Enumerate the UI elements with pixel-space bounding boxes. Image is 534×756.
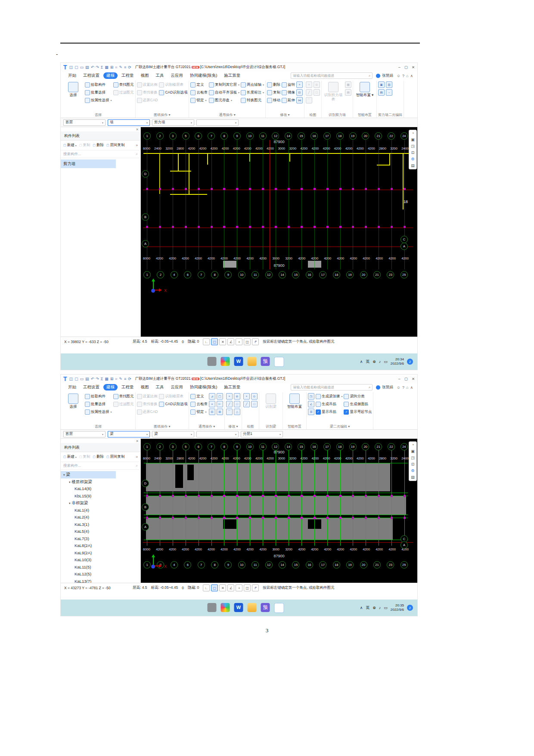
preview-app-icon[interactable]: 预 xyxy=(261,603,270,612)
drawing-canvas[interactable]: 1235678910111214151617181920212224 87900… xyxy=(141,127,417,337)
ribbon-button[interactable]: □ xyxy=(314,89,320,96)
ribbon-button[interactable]: 拾取构件 xyxy=(85,393,112,400)
ribbon-button[interactable]: 图元存盘▾ xyxy=(209,97,239,104)
ribbon-button[interactable]: 识别楼层表 xyxy=(159,81,187,88)
ribbon-button[interactable]: ▤ xyxy=(345,89,351,96)
collapse-ribbon-icon[interactable]: ∧ xyxy=(410,74,413,78)
clock[interactable]: 20:352022/5/6 xyxy=(391,603,404,612)
panel-tool-button[interactable]: 新建▾ xyxy=(63,143,77,148)
new-icon[interactable]: ▢ xyxy=(75,377,78,381)
ribbon-button[interactable]: ⊿ xyxy=(209,393,215,400)
word-app-icon[interactable]: W xyxy=(234,357,243,366)
ribbon-button[interactable]: CAD识别选项 xyxy=(159,400,187,408)
ribbon-button[interactable]: ╱ xyxy=(306,89,312,96)
smart-layout-button[interactable]: 智能布置 ▾ xyxy=(354,81,375,97)
ribbon-button[interactable]: 过滤图元 xyxy=(113,400,134,408)
save-icon[interactable]: ▤ xyxy=(85,377,89,381)
ribbon-button[interactable]: + xyxy=(243,393,250,400)
network-icon[interactable]: ⊕ xyxy=(373,359,376,364)
ribbon-tab[interactable]: 建模 xyxy=(103,384,118,390)
ribbon-button[interactable]: ╱ xyxy=(226,400,233,408)
floor-selector[interactable]: 首层▾ xyxy=(63,119,106,126)
ribbon-button[interactable]: 两点辅轴▾ xyxy=(241,81,264,88)
ribbon-button[interactable]: + xyxy=(306,81,312,88)
ribbon-tab[interactable]: 协同建模(限免) xyxy=(187,384,220,390)
tree-item[interactable]: KaL8(2A) xyxy=(61,542,140,550)
file-explorer-icon[interactable] xyxy=(248,603,257,612)
battery-icon[interactable]: ▭ xyxy=(384,606,388,610)
redo-icon[interactable]: ↷ xyxy=(96,65,99,70)
identify-shearwall-table-button[interactable]: 识别剪力墙表 xyxy=(323,81,344,102)
draw-icon[interactable]: ✎ xyxy=(119,377,122,381)
volume-icon[interactable]: ♪ xyxy=(379,606,381,610)
ribbon-button[interactable]: 锁定▾ xyxy=(190,408,208,415)
region-zoom-icon[interactable]: ⊡ xyxy=(411,462,415,466)
emoji-icon[interactable]: ☺ xyxy=(397,385,400,390)
ribbon-tab[interactable]: 工程设置 xyxy=(80,72,102,79)
angle-snap-icon[interactable]: ∠ xyxy=(227,584,234,591)
save-icon[interactable]: ▤ xyxy=(85,65,89,70)
close-button[interactable]: ✕ xyxy=(412,377,415,381)
home-icon[interactable]: ⌂ xyxy=(406,385,408,390)
identify-beam-button[interactable]: 识别梁 xyxy=(261,393,281,409)
ribbon-button[interactable]: 查找图元 xyxy=(113,81,134,88)
system-app-icon[interactable] xyxy=(208,357,217,366)
ribbon-button[interactable]: 锁定▾ xyxy=(190,97,208,104)
ribbon-button[interactable]: 批量选择 xyxy=(85,400,112,408)
panel-tool-button[interactable]: 删除 xyxy=(93,143,104,148)
list-icon[interactable]: ≡ xyxy=(124,65,126,70)
dynamic-input-icon[interactable]: ▢ xyxy=(211,338,218,345)
clock[interactable]: 20:342022/5/6 xyxy=(391,357,404,366)
ribbon-button[interactable]: △ xyxy=(234,408,240,415)
tree-item[interactable]: KaL3(1) xyxy=(61,521,140,528)
component-search-input[interactable]: 搜索构件...⌕ xyxy=(61,150,140,158)
panel-more-button[interactable]: » xyxy=(136,143,138,147)
maximize-button[interactable]: ▢ xyxy=(404,65,408,69)
collapse-ribbon-icon[interactable]: ∧ xyxy=(410,385,413,390)
table-icon[interactable]: ▦ xyxy=(105,65,109,70)
ortho-icon[interactable]: ∟ xyxy=(203,338,210,345)
ribbon-button[interactable]: ⊙ xyxy=(314,81,320,88)
grid-icon[interactable]: ⊞ xyxy=(110,65,114,70)
ribbon-tab[interactable]: 开始 xyxy=(65,72,79,79)
pick-element-icon[interactable]: ↱ xyxy=(252,584,259,591)
settings-gear-icon[interactable]: ⚙ xyxy=(411,157,414,161)
word-app-icon[interactable]: W xyxy=(234,603,243,612)
ribbon-button[interactable]: ☰ xyxy=(308,408,314,415)
glodon-app-icon[interactable]: T xyxy=(274,357,284,367)
ribbon-button[interactable]: 查找图元 xyxy=(113,393,134,400)
category-selector[interactable]: 墙▾ xyxy=(108,119,150,126)
ribbon-button[interactable]: 镜像 xyxy=(282,89,295,96)
ribbon-button[interactable]: ⊞ xyxy=(217,408,223,415)
ribbon-button[interactable]: 还原CAD xyxy=(137,408,158,415)
ribbon-button[interactable]: ⌒ xyxy=(226,408,233,415)
emoji-icon[interactable]: ☺ xyxy=(397,74,400,78)
tray-chevron-icon[interactable]: ∧ xyxy=(360,359,363,364)
layout-icon[interactable]: ⌗ xyxy=(115,377,117,381)
ribbon-tab[interactable]: 工程设置 xyxy=(80,384,102,390)
component-search-input[interactable]: 搜索构件...⌕ xyxy=(61,462,140,470)
tree-item[interactable]: KaL13(7) xyxy=(61,578,140,583)
ribbon-button[interactable]: □ xyxy=(251,400,258,408)
ribbon-button[interactable]: 设置比例 xyxy=(137,81,158,88)
ribbon-button[interactable]: ⊟ xyxy=(296,89,303,96)
ribbon-button[interactable]: ▦ xyxy=(345,81,351,88)
ribbon-button[interactable]: 复制 xyxy=(267,89,280,96)
tree-item[interactable]: KaL7(3) xyxy=(61,535,140,543)
sync-icon[interactable]: ⟳ xyxy=(128,377,131,381)
tree-item[interactable]: KaL14(8) xyxy=(61,485,140,493)
new-icon[interactable]: ▢ xyxy=(75,65,78,70)
minimize-button[interactable]: – xyxy=(398,65,400,69)
pick-element-icon[interactable]: ↱ xyxy=(252,338,259,345)
ribbon-tab[interactable]: 工具 xyxy=(153,72,167,79)
view-2d-icon[interactable]: ▣ xyxy=(411,138,415,142)
glodon-app-icon[interactable]: T xyxy=(274,603,284,613)
ribbon-button[interactable]: ▥ xyxy=(386,81,392,88)
ribbon-button[interactable]: ⊢ xyxy=(217,400,223,408)
project-icon[interactable]: ◫ xyxy=(69,65,73,70)
notes-icon[interactable]: ▤ xyxy=(411,475,415,479)
ribbon-button[interactable]: ⌒ xyxy=(306,97,312,104)
tree-item[interactable]: 剪力墙 xyxy=(61,159,116,168)
ribbon-tab[interactable]: 工具 xyxy=(153,384,167,390)
ribbon-button[interactable]: 生成梁加腋▾ xyxy=(316,393,343,400)
